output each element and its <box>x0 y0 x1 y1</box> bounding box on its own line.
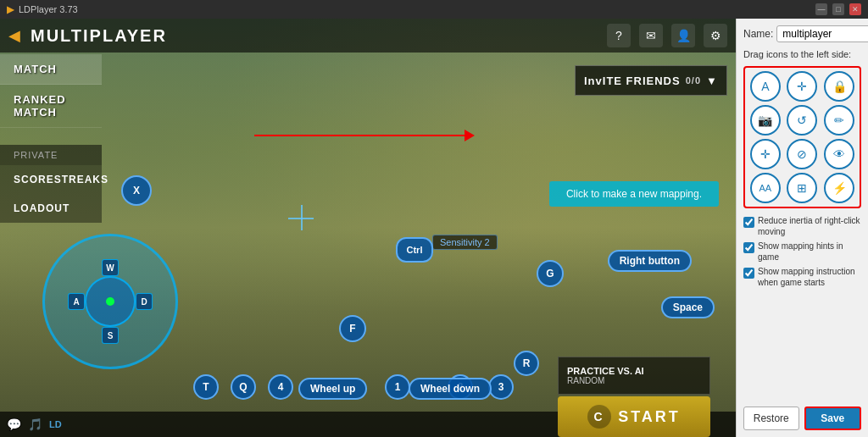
checkbox-inertia-label: Reduce inertia of right-click moving <box>758 215 861 237</box>
icon-grid: A ✛ 🔒 📷 ↺ ✏ ✛ ⊘ 👁 AA ⊞ ⚡ <box>743 66 861 208</box>
restore-button[interactable]: Restore <box>743 407 799 430</box>
d-key[interactable]: D <box>136 293 153 310</box>
t-key-button[interactable]: T <box>193 374 219 400</box>
practice-sub: RANDOM <box>567 376 701 385</box>
checkbox-row-3: Show mapping instruction when game start… <box>743 266 861 288</box>
mapping-hint[interactable]: Click to make a new mapping. <box>549 181 719 207</box>
x-key-label: X <box>133 185 140 196</box>
right-button[interactable]: Right button <box>608 250 692 272</box>
panel-name-row: Name: ▼ <box>743 25 861 42</box>
icon-grid[interactable]: ⊞ <box>787 173 817 203</box>
menu-item-match[interactable]: MATCH <box>0 54 102 85</box>
icon-camera[interactable]: 📷 <box>750 105 781 136</box>
panel-buttons: Restore Save <box>743 400 861 430</box>
save-button[interactable]: Save <box>804 407 862 430</box>
3-key-button[interactable]: 3 <box>488 374 514 400</box>
mail-icon[interactable]: ✉ <box>639 24 663 47</box>
checkbox-inertia[interactable] <box>743 217 754 228</box>
minimize-button[interactable]: — <box>815 3 827 15</box>
checkbox-instruction-label: Show mapping instruction when game start… <box>758 266 861 288</box>
4-key-button[interactable]: 4 <box>268 374 293 400</box>
3-key-label: 3 <box>498 381 504 393</box>
1-key-button[interactable]: 1 <box>385 374 410 400</box>
wasd-circle: W S A D <box>42 234 178 369</box>
start-label: START <box>618 408 681 426</box>
red-arrow-line <box>254 135 465 136</box>
space-button[interactable]: Space <box>661 296 715 318</box>
panel-name-label: Name: <box>743 28 773 40</box>
icon-plus[interactable]: ✛ <box>750 139 781 169</box>
right-panel: Name: ▼ Drag icons to the left side: A ✛… <box>736 19 868 437</box>
ctrl-key-button[interactable]: Ctrl <box>396 237 433 263</box>
invite-friends-bar[interactable]: InvITE FRIENDS 0/0 ▼ <box>575 65 727 96</box>
close-button[interactable]: ✕ <box>849 3 861 15</box>
game-top-bar: ◀ MULTIPLAYER ? ✉ 👤 ⚙ <box>0 19 736 53</box>
icon-cancel[interactable]: ⊘ <box>787 139 817 169</box>
q-key-button[interactable]: Q <box>231 374 256 400</box>
wheel-down-button[interactable]: Wheel down <box>409 378 492 400</box>
settings-icon[interactable]: ⚙ <box>704 24 727 47</box>
checkbox-hints-label: Show mapping hints in game <box>758 241 861 263</box>
maximize-button[interactable]: □ <box>832 3 844 15</box>
f-key-button[interactable]: F <box>339 315 366 342</box>
icon-eye[interactable]: 👁 <box>824 139 854 169</box>
icon-keyboard-a[interactable]: A <box>750 71 781 102</box>
red-arrow-head <box>465 130 475 141</box>
start-c-icon: C <box>587 405 611 429</box>
g-key-button[interactable]: G <box>537 260 564 287</box>
invite-friends-label: InvITE FRIENDS <box>584 75 681 87</box>
checkbox-row-2: Show mapping hints in game <box>743 241 861 263</box>
left-menu: MATCH RANKED MATCH PRIVATE SCORESTREAKS … <box>0 54 102 223</box>
4-key-label: 4 <box>278 381 284 393</box>
menu-item-scorestreaks[interactable]: SCORESTREAKS <box>0 165 102 194</box>
icon-lightning[interactable]: ⚡ <box>824 173 854 203</box>
red-arrow <box>254 127 475 144</box>
back-arrow-icon: ◀ <box>8 26 20 45</box>
ctrl-key-label: Ctrl <box>407 245 423 255</box>
help-icon[interactable]: ? <box>607 24 631 47</box>
menu-private-label: PRIVATE <box>0 145 102 165</box>
x-key-button[interactable]: X <box>121 175 152 206</box>
icon-lock[interactable]: 🔒 <box>824 71 854 102</box>
icon-text-aa[interactable]: AA <box>750 173 781 203</box>
invite-dropdown-icon: ▼ <box>706 75 718 87</box>
r-key-button[interactable]: R <box>514 351 539 376</box>
title-bar-controls: — □ ✕ <box>815 3 861 15</box>
s-key[interactable]: S <box>102 327 119 344</box>
checkbox-row-1: Reduce inertia of right-click moving <box>743 215 861 237</box>
checkbox-hints[interactable] <box>743 242 754 253</box>
panel-name-input[interactable] <box>776 25 868 42</box>
mapping-hint-text: Click to make a new mapping. <box>566 188 702 200</box>
ld-logo-bottom: LD <box>49 419 62 429</box>
ld-logo: ▶ <box>7 4 14 15</box>
game-area: ◀ MULTIPLAYER ? ✉ 👤 ⚙ MATCH RANKED MATCH… <box>0 19 736 437</box>
a-key[interactable]: A <box>68 293 85 310</box>
w-key[interactable]: W <box>102 259 119 276</box>
wheel-down-label: Wheel down <box>420 383 480 395</box>
menu-item-loadout[interactable]: LOADOUT <box>0 194 102 223</box>
invite-count: 0/0 <box>686 75 701 86</box>
checkbox-instruction[interactable] <box>743 268 754 279</box>
icon-crosshair[interactable]: ✛ <box>787 71 817 102</box>
1-key-label: 1 <box>395 381 401 393</box>
sensitivity-label: Sensitivity 2 <box>432 235 498 250</box>
q-key-label: Q <box>239 381 247 393</box>
t-key-label: T <box>203 381 209 393</box>
start-button[interactable]: C START <box>558 396 710 437</box>
mic-icon[interactable]: 🎵 <box>28 418 42 431</box>
wheel-up-button[interactable]: Wheel up <box>298 378 367 400</box>
title-bar: ▶ LDPlayer 3.73 — □ ✕ <box>0 0 868 19</box>
friends-icon[interactable]: 👤 <box>671 24 695 47</box>
icon-pencil[interactable]: ✏ <box>824 105 854 136</box>
crosshair <box>288 205 314 230</box>
right-button-label: Right button <box>620 255 680 267</box>
menu-item-ranked[interactable]: RANKED MATCH <box>0 85 102 128</box>
wheel-up-label: Wheel up <box>310 383 355 395</box>
f-key-label: F <box>349 323 355 335</box>
title-bar-title: LDPlayer 3.73 <box>19 4 78 14</box>
chat-icon[interactable]: 💬 <box>7 418 21 431</box>
icon-rotate[interactable]: ↺ <box>787 105 817 136</box>
r-key-label: R <box>523 357 531 369</box>
practice-box[interactable]: PRACTICE VS. AI RANDOM <box>558 357 710 395</box>
space-button-label: Space <box>673 301 703 313</box>
